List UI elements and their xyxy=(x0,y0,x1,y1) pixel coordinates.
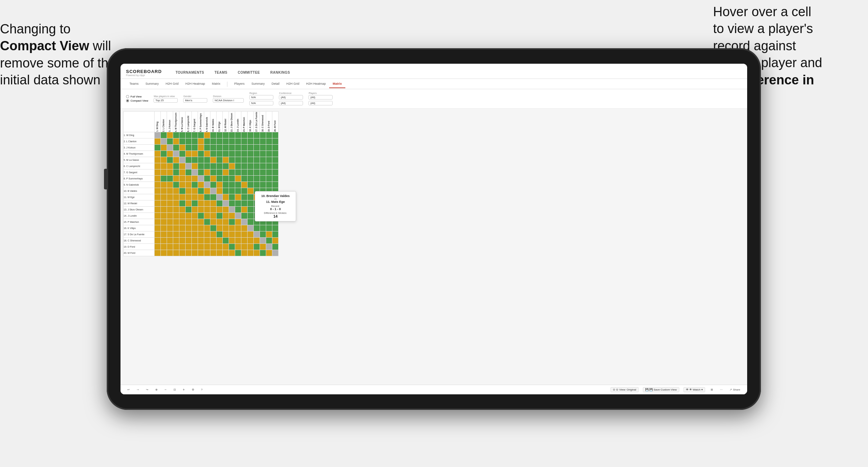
matrix-cell[interactable] xyxy=(229,145,235,151)
matrix-cell[interactable] xyxy=(192,219,198,225)
matrix-cell[interactable] xyxy=(179,231,186,238)
matrix-cell[interactable] xyxy=(241,182,248,188)
matrix-cell[interactable] xyxy=(161,138,167,145)
matrix-cell[interactable] xyxy=(173,207,179,213)
matrix-cell[interactable] xyxy=(217,169,223,176)
matrix-cell[interactable] xyxy=(241,250,248,256)
matrix-cell[interactable] xyxy=(173,200,179,207)
matrix-cell[interactable] xyxy=(223,132,229,138)
matrix-cell[interactable] xyxy=(173,188,179,194)
matrix-cell[interactable] xyxy=(161,169,167,176)
matrix-cell[interactable] xyxy=(173,176,179,182)
matrix-cell[interactable] xyxy=(179,213,186,219)
matrix-cell[interactable] xyxy=(210,200,217,207)
matrix-cell[interactable] xyxy=(192,132,198,138)
matrix-cell[interactable] xyxy=(223,250,229,256)
matrix-cell[interactable] xyxy=(192,244,198,250)
matrix-cell[interactable] xyxy=(229,132,235,138)
matrix-cell[interactable] xyxy=(260,225,266,231)
matrix-cell[interactable] xyxy=(272,225,279,231)
matrix-cell[interactable] xyxy=(210,219,217,225)
matrix-cell[interactable] xyxy=(272,157,279,163)
matrix-cell[interactable] xyxy=(266,145,272,151)
matrix-cell[interactable] xyxy=(235,200,241,207)
matrix-cell[interactable] xyxy=(217,182,223,188)
matrix-cell[interactable] xyxy=(241,238,248,244)
matrix-cell[interactable] xyxy=(155,231,161,238)
matrix-cell[interactable] xyxy=(198,207,204,213)
matrix-cell[interactable] xyxy=(167,151,173,157)
matrix-cell[interactable] xyxy=(204,169,210,176)
matrix-cell[interactable] xyxy=(235,157,241,163)
matrix-cell[interactable] xyxy=(260,231,266,238)
matrix-cell[interactable] xyxy=(204,176,210,182)
matrix-cell[interactable] xyxy=(272,231,279,238)
matrix-cell[interactable] xyxy=(198,176,204,182)
matrix-cell[interactable] xyxy=(254,157,260,163)
tab-detail[interactable]: Detail xyxy=(268,80,283,88)
matrix-cell[interactable] xyxy=(217,163,223,169)
matrix-cell[interactable] xyxy=(223,219,229,225)
matrix-cell[interactable] xyxy=(229,238,235,244)
nav-committee[interactable]: COMMITTEE xyxy=(238,69,260,76)
matrix-cell[interactable] xyxy=(229,169,235,176)
matrix-cell[interactable] xyxy=(223,194,229,200)
matrix-cell[interactable] xyxy=(235,219,241,225)
matrix-cell[interactable] xyxy=(235,194,241,200)
reset-button[interactable]: ⊕ xyxy=(154,387,159,392)
matrix-cell[interactable] xyxy=(210,132,217,138)
matrix-cell[interactable] xyxy=(192,250,198,256)
matrix-cell[interactable] xyxy=(241,132,248,138)
matrix-cell[interactable] xyxy=(248,250,254,256)
matrix-cell[interactable] xyxy=(266,250,272,256)
matrix-cell[interactable] xyxy=(161,157,167,163)
matrix-cell[interactable] xyxy=(217,188,223,194)
matrix-cell[interactable] xyxy=(217,250,223,256)
matrix-cell[interactable] xyxy=(248,225,254,231)
matrix-cell[interactable] xyxy=(210,151,217,157)
matrix-cell[interactable] xyxy=(167,169,173,176)
matrix-cell[interactable] xyxy=(186,151,192,157)
matrix-cell[interactable] xyxy=(241,188,248,194)
matrix-cell[interactable] xyxy=(179,157,186,163)
matrix-cell[interactable] xyxy=(241,225,248,231)
matrix-cell[interactable] xyxy=(179,163,186,169)
matrix-cell[interactable] xyxy=(155,145,161,151)
matrix-cell[interactable] xyxy=(235,250,241,256)
matrix-cell[interactable] xyxy=(235,151,241,157)
matrix-cell[interactable] xyxy=(204,225,210,231)
redo-button[interactable]: ↪ xyxy=(145,387,150,392)
matrix-cell[interactable] xyxy=(235,188,241,194)
tab-summary[interactable]: Summary xyxy=(142,80,163,88)
matrix-cell[interactable] xyxy=(179,182,186,188)
matrix-cell[interactable] xyxy=(161,238,167,244)
matrix-cell[interactable] xyxy=(217,244,223,250)
region-select-1[interactable]: N/A xyxy=(249,95,273,100)
matrix-cell[interactable] xyxy=(179,132,186,138)
matrix-cell[interactable] xyxy=(155,250,161,256)
matrix-cell[interactable] xyxy=(248,200,254,207)
matrix-cell[interactable] xyxy=(186,219,192,225)
matrix-cell[interactable] xyxy=(266,132,272,138)
matrix-cell[interactable] xyxy=(198,151,204,157)
matrix-cell[interactable] xyxy=(266,151,272,157)
matrix-cell[interactable] xyxy=(272,176,279,182)
matrix-cell[interactable] xyxy=(204,213,210,219)
matrix-cell[interactable] xyxy=(235,182,241,188)
matrix-cell[interactable] xyxy=(241,231,248,238)
matrix-cell[interactable] xyxy=(167,163,173,169)
matrix-cell[interactable] xyxy=(254,244,260,250)
matrix-cell[interactable] xyxy=(155,213,161,219)
matrix-cell[interactable] xyxy=(260,244,266,250)
matrix-cell[interactable] xyxy=(198,213,204,219)
matrix-cell[interactable] xyxy=(167,188,173,194)
matrix-cell[interactable] xyxy=(254,132,260,138)
matrix-cell[interactable] xyxy=(223,231,229,238)
matrix-cell[interactable] xyxy=(266,157,272,163)
matrix-cell[interactable] xyxy=(173,213,179,219)
matrix-cell[interactable] xyxy=(241,145,248,151)
matrix-cell[interactable] xyxy=(260,138,266,145)
matrix-cell[interactable] xyxy=(192,213,198,219)
matrix-cell[interactable] xyxy=(198,244,204,250)
matrix-cell[interactable] xyxy=(173,238,179,244)
